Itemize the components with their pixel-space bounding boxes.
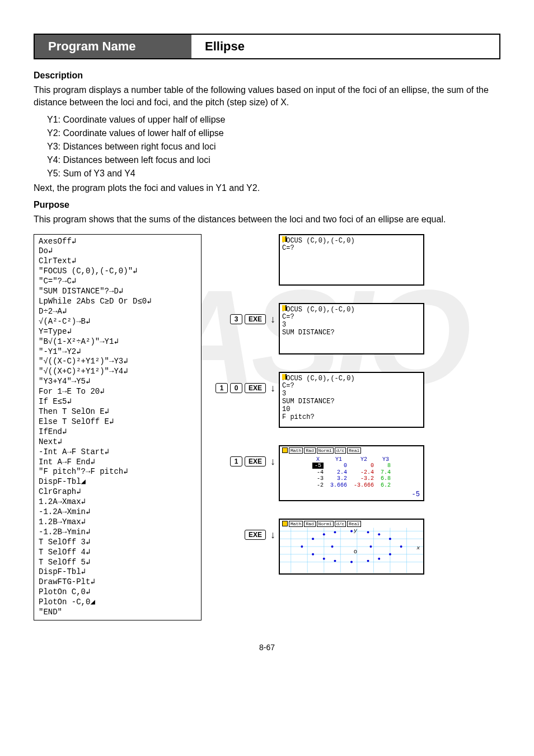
screen-line: F pitch?: [282, 414, 421, 422]
table-cell: 2.4: [327, 469, 350, 476]
svg-point-17: [350, 530, 353, 532]
screen-indicator: [282, 374, 287, 380]
table-cell: 0: [327, 463, 350, 469]
svg-point-28: [389, 553, 391, 555]
program-code: AxesOff↲ Do↲ ClrText↲ "FOCUS (C,0),(-C,0…: [34, 234, 202, 620]
screen-line: C=?: [282, 245, 421, 253]
svg-point-13: [301, 545, 303, 548]
screen-line: FOCUS (C,0),(-C,0): [282, 306, 421, 314]
table-header: Y1: [327, 456, 350, 463]
step-row: FOCUS (C,0),(-C,0) C=? 3 SUM DISTANCE?: [215, 303, 500, 354]
badge-norm: Norm1: [317, 447, 334, 454]
badge-dc: d/c: [335, 447, 346, 454]
table-cell: 7.4: [377, 469, 394, 476]
svg-point-16: [334, 531, 336, 533]
purpose-body: This program shows that the sums of the …: [34, 213, 500, 226]
svg-point-15: [323, 533, 325, 535]
svg-point-27: [378, 557, 380, 559]
step-row: FOCUS (C,0),(-C,0) C=?: [215, 234, 500, 286]
svg-point-20: [389, 538, 391, 540]
x-axis-label: x: [416, 544, 420, 550]
table-cell: -2.4: [350, 469, 377, 476]
table-cell: 0: [350, 463, 377, 469]
svg-point-30: [369, 545, 372, 548]
header-bar: Program Name Ellipse: [34, 34, 500, 59]
calculator-screen: FOCUS (C,0),(-C,0) C=? 3 SUM DISTANCE? 1…: [279, 372, 424, 428]
svg-point-26: [367, 559, 369, 562]
table-cell: -5: [309, 463, 327, 469]
screen-line: FOCUS (C,0),(-C,0): [282, 375, 421, 383]
selected-value: -5: [412, 491, 420, 499]
y5-text: Y5: Sum of Y3 and Y4: [34, 169, 500, 179]
screen-line: 3: [282, 390, 421, 398]
table-cell: 3.666: [327, 482, 350, 489]
svg-point-24: [334, 559, 336, 562]
step-row: FOCUS (C,0),(-C,0) C=? 3 SUM DISTANCE? 1…: [215, 372, 500, 428]
page-number: 8-67: [34, 643, 500, 652]
description-body: This program displays a number table of …: [34, 84, 500, 109]
calculator-graph-screen: Math Rad Norm1 d/c Real: [279, 519, 424, 575]
status-badges: Math Rad Norm1 d/c Real: [282, 521, 361, 527]
table-cell: -3.2: [350, 475, 377, 482]
svg-point-18: [367, 531, 369, 533]
calculator-screen: FOCUS (C,0),(-C,0) C=?: [279, 234, 424, 286]
svg-point-22: [312, 553, 314, 555]
screen-line: 3: [282, 321, 421, 329]
table-row: -5008: [309, 463, 394, 469]
badge-real: Real: [347, 521, 361, 527]
calculator-screen: FOCUS (C,0),(-C,0) C=? 3 SUM DISTANCE?: [279, 303, 424, 354]
status-badges: Math Rad Norm1 d/c Real: [282, 447, 361, 454]
table-row: -33.2-3.26.8: [309, 475, 394, 482]
badge-norm: Norm1: [317, 521, 334, 527]
badge-rad: Rad: [304, 521, 315, 527]
table-header: Y2: [350, 456, 377, 463]
badge-dc: d/c: [335, 521, 346, 527]
badge-math: Math: [289, 521, 303, 527]
svg-point-21: [400, 545, 402, 548]
table-cell: 6.8: [377, 475, 394, 482]
table-header: Y3: [377, 456, 394, 463]
screen-indicator: [282, 305, 287, 311]
battery-icon: [282, 521, 288, 526]
screen-line: SUM DISTANCE?: [282, 329, 421, 337]
screen-line: C=?: [282, 382, 421, 390]
next-text: Next, the program plots the foci and val…: [34, 182, 500, 194]
table-cell: -4: [309, 469, 327, 476]
header-program-name: Program Name: [35, 35, 191, 58]
badge-real: Real: [347, 447, 361, 454]
y-axis-label: y: [353, 528, 358, 534]
y1-text: Y1: Coordinate values of upper half of e…: [34, 115, 500, 125]
battery-icon: [282, 447, 288, 453]
svg-point-29: [331, 545, 334, 548]
screen-line: FOCUS (C,0),(-C,0): [282, 237, 421, 245]
screen-line: 10: [282, 406, 421, 414]
svg-point-23: [323, 557, 325, 559]
table-cell: 3.2: [327, 475, 350, 482]
badge-math: Math: [289, 447, 303, 454]
y3-text: Y3: Distances between right focus and lo…: [34, 142, 500, 152]
step-keys: [215, 234, 275, 256]
svg-point-25: [350, 561, 353, 563]
table-cell: -3: [309, 475, 327, 482]
screen-line: C=?: [282, 314, 421, 321]
table-cell: 8: [377, 463, 394, 469]
step-row: Math Rad Norm1 d/c Real: [215, 519, 500, 575]
value-table: X Y1 Y2 Y3 -5008-42.4-2.47.4-33.2-3.26.8…: [309, 456, 394, 489]
table-row: -42.4-2.47.4: [309, 469, 394, 476]
table-cell: -3.666: [350, 482, 377, 489]
header-title: Ellipse: [191, 35, 258, 58]
y2-text: Y2: Coordinate values of lower half of e…: [34, 128, 500, 138]
purpose-title: Purpose: [34, 200, 500, 210]
calculator-table-screen: Math Rad Norm1 d/c Real X Y1 Y2 Y3 -50: [279, 445, 424, 501]
screen-indicator: [282, 236, 287, 242]
y4-text: Y4: Distances between left focus and loc…: [34, 155, 500, 165]
step-row: Math Rad Norm1 d/c Real X Y1 Y2 Y3 -50: [215, 445, 500, 501]
svg-point-14: [312, 538, 314, 540]
execution-steps: FOCUS (C,0),(-C,0) C=? 3 EXE ↓: [215, 234, 500, 620]
table-cell: -2: [309, 482, 327, 489]
origin-label: O: [354, 548, 357, 554]
table-cell: 6.2: [377, 482, 394, 489]
table-header: X: [309, 456, 327, 463]
description-title: Description: [34, 71, 500, 81]
table-row: -23.666-3.6666.2: [309, 482, 394, 489]
